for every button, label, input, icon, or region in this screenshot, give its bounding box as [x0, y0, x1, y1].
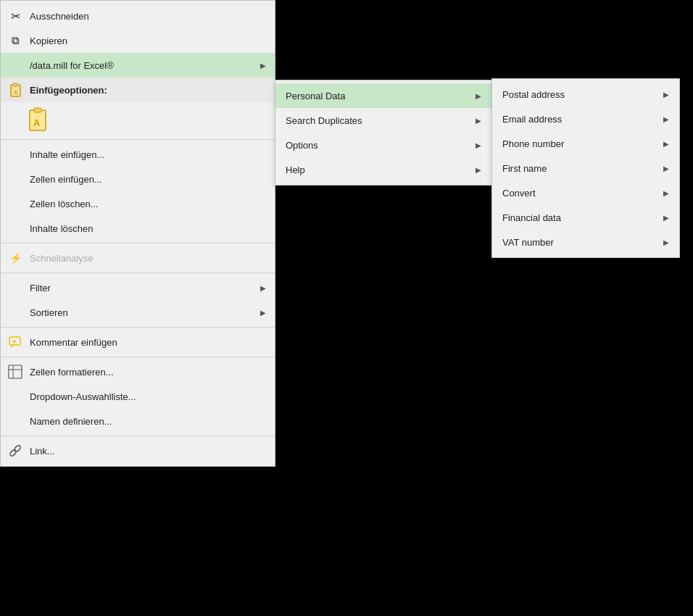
vat-number-arrow-icon: ▶	[663, 238, 669, 246]
submenu2-item-help[interactable]: Help ▶	[275, 157, 491, 182]
menu-item-link-label: Link...	[30, 446, 266, 457]
svg-text:★: ★	[12, 338, 17, 345]
submenu2-item-personal-data[interactable]: Personal Data ▶	[275, 83, 491, 108]
menu-item-insert-comment-label: Kommentar einfügen	[30, 337, 266, 348]
separator-3	[1, 272, 275, 273]
menu-item-delete-cells-label: Zellen löschen...	[30, 199, 266, 209]
submenu2-item-search-duplicates-label: Search Duplicates	[286, 115, 362, 126]
menu-item-clear-contents[interactable]: Inhalte löschen	[1, 216, 275, 241]
menu-item-delete-cells[interactable]: Zellen löschen...	[1, 191, 275, 216]
context-menu: ✂ Ausschneiden ⧉ Kopieren /data.mill for…	[0, 0, 275, 467]
submenu3-item-convert[interactable]: Convert ▶	[492, 180, 679, 205]
search-duplicates-arrow-icon: ▶	[476, 117, 481, 125]
menu-item-cut-label: Ausschneiden	[30, 11, 266, 22]
submenu3-item-vat-number[interactable]: VAT number ▶	[492, 230, 679, 254]
menu-item-paste-special[interactable]: Inhalte einfügen...	[1, 142, 275, 167]
personal-data-arrow-icon: ▶	[476, 92, 481, 100]
define-name-icon	[7, 412, 24, 430]
copy-icon: ⧉	[7, 32, 24, 49]
financial-data-arrow-icon: ▶	[663, 214, 669, 222]
menu-item-insert-cells[interactable]: Zellen einfügen...	[1, 167, 275, 191]
separator-1	[1, 139, 275, 140]
submenu3-item-financial-data[interactable]: Financial data ▶	[492, 205, 679, 230]
filter-icon	[7, 279, 24, 296]
submenu2-item-options[interactable]: Options ▶	[275, 133, 491, 157]
email-address-arrow-icon: ▶	[663, 115, 669, 123]
separator-6	[1, 436, 275, 436]
submenu-level2: Personal Data ▶ Search Duplicates ▶ Opti…	[275, 80, 492, 186]
svg-rect-9	[9, 365, 22, 378]
menu-item-format-cells-label: Zellen formatieren...	[30, 367, 266, 378]
submenu3-item-email-address-label: Email address	[502, 114, 562, 125]
dropdown-list-icon	[7, 388, 24, 405]
menu-item-cut[interactable]: ✂ Ausschneiden	[1, 4, 275, 28]
datamill-icon	[7, 57, 24, 74]
scissors-icon: ✂	[7, 7, 24, 25]
paste-options-header: A Einfügeoptionen:	[1, 78, 275, 102]
menu-item-format-cells[interactable]: Zellen formatieren...	[1, 359, 275, 384]
delete-cells-icon	[7, 195, 24, 212]
submenu3-item-email-address[interactable]: Email address ▶	[492, 107, 679, 131]
submenu2-item-help-label: Help	[286, 165, 305, 175]
submenu3-item-first-name[interactable]: First name ▶	[492, 156, 679, 180]
svg-rect-4	[34, 108, 41, 112]
menu-item-copy[interactable]: ⧉ Kopieren	[1, 28, 275, 53]
menu-item-sort-label: Sortieren	[30, 307, 260, 318]
submenu2-item-search-duplicates[interactable]: Search Duplicates ▶	[275, 108, 491, 133]
svg-text:A: A	[14, 90, 17, 95]
link-icon	[7, 442, 24, 459]
menu-item-dropdown-list[interactable]: Dropdown-Auswahlliste...	[1, 384, 275, 409]
clear-contents-icon	[7, 220, 24, 237]
sort-arrow-icon: ▶	[260, 309, 266, 317]
svg-rect-1	[13, 83, 17, 86]
submenu-level3: Postal address ▶ Email address ▶ Phone n…	[491, 78, 680, 258]
convert-arrow-icon: ▶	[663, 189, 669, 197]
paste-options-label: Einfügeoptionen:	[30, 85, 107, 96]
svg-point-13	[13, 444, 21, 452]
menu-item-define-name-label: Namen definieren...	[30, 416, 266, 427]
submenu2-item-options-label: Options	[286, 140, 318, 151]
submenu3-item-convert-label: Convert	[502, 188, 536, 199]
menu-item-datamill-label: /data.mill for Excel®	[30, 60, 260, 71]
menu-item-datamill[interactable]: /data.mill for Excel® ▶	[1, 53, 275, 78]
menu-item-copy-label: Kopieren	[30, 36, 266, 46]
submenu-arrow-icon: ▶	[260, 62, 266, 70]
options-arrow-icon: ▶	[476, 141, 481, 149]
menu-item-insert-comment[interactable]: ★ Kommentar einfügen	[1, 330, 275, 354]
paste-special-icon	[7, 146, 24, 163]
menu-item-quick-analysis: ⚡ Schnellanalyse	[1, 246, 275, 270]
separator-2	[1, 243, 275, 244]
separator-4	[1, 327, 275, 328]
comment-icon: ★	[7, 333, 24, 351]
submenu3-item-phone-number[interactable]: Phone number ▶	[492, 131, 679, 156]
postal-address-arrow-icon: ▶	[663, 91, 669, 99]
submenu3-item-postal-address[interactable]: Postal address ▶	[492, 82, 679, 107]
separator-5	[1, 357, 275, 357]
svg-text:A: A	[33, 117, 41, 128]
insert-cells-icon	[7, 170, 24, 188]
menu-item-quick-analysis-label: Schnellanalyse	[30, 253, 266, 264]
menu-item-filter-label: Filter	[30, 283, 260, 294]
submenu3-item-phone-number-label: Phone number	[502, 138, 564, 149]
svg-point-12	[9, 449, 17, 457]
format-cells-icon	[7, 363, 24, 380]
menu-item-filter[interactable]: Filter ▶	[1, 275, 275, 300]
sort-icon	[7, 304, 24, 321]
paste-icon-row[interactable]: A	[1, 102, 275, 137]
menu-item-link[interactable]: Link...	[1, 438, 275, 463]
submenu3-item-vat-number-label: VAT number	[502, 237, 554, 248]
menu-item-dropdown-list-label: Dropdown-Auswahlliste...	[30, 391, 266, 402]
submenu3-item-postal-address-label: Postal address	[502, 89, 565, 100]
paste-header-icon: A	[7, 81, 24, 99]
menu-item-sort[interactable]: Sortieren ▶	[1, 300, 275, 325]
menu-item-insert-cells-label: Zellen einfügen...	[30, 174, 266, 185]
submenu3-item-first-name-label: First name	[502, 163, 547, 174]
help-arrow-icon: ▶	[476, 166, 481, 174]
menu-item-paste-special-label: Inhalte einfügen...	[30, 149, 266, 160]
submenu2-item-personal-data-label: Personal Data	[286, 91, 345, 101]
filter-arrow-icon: ▶	[260, 284, 266, 292]
menu-item-define-name[interactable]: Namen definieren...	[1, 409, 275, 433]
phone-number-arrow-icon: ▶	[663, 140, 669, 148]
paste-icon: A	[27, 106, 53, 133]
submenu3-item-financial-data-label: Financial data	[502, 212, 561, 223]
